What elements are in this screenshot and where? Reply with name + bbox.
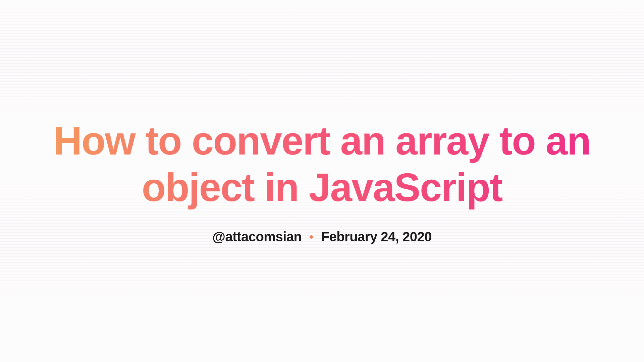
article-title: How to convert an array to an object in … <box>20 118 624 211</box>
author-handle: @attacomsian <box>212 229 302 244</box>
article-card: How to convert an array to an object in … <box>0 118 644 244</box>
separator-dot <box>310 235 313 239</box>
publish-date: February 24, 2020 <box>321 229 432 244</box>
article-meta: @attacomsian February 24, 2020 <box>20 229 624 244</box>
